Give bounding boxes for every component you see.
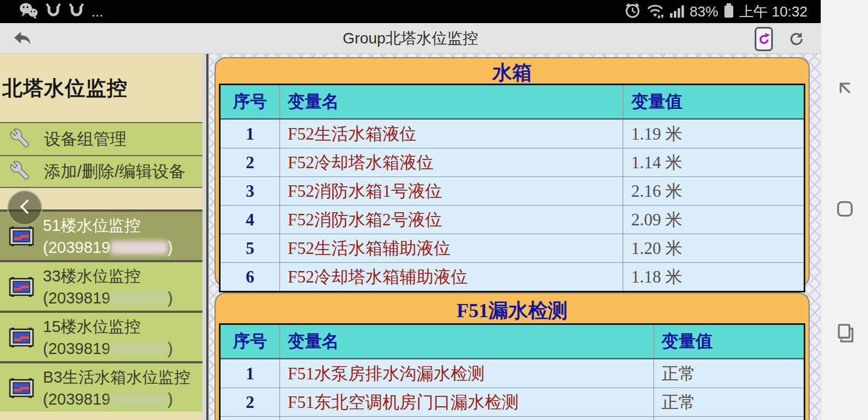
row-index: 5: [221, 239, 279, 258]
device-name: 33楼水位监控: [43, 265, 202, 287]
uu-app-icon: [45, 2, 62, 21]
status-bar: ...: [0, 0, 821, 23]
card-title: F51漏水检测: [216, 294, 809, 323]
battery-icon: [723, 2, 734, 21]
device-list: 51楼水位监控 (2039819) 33楼水位监控 (2039819): [0, 209, 202, 412]
android-back-button[interactable]: [833, 76, 857, 102]
variable-name: F52消防水箱1号液位: [279, 177, 623, 205]
row-index: 6: [221, 267, 279, 287]
water-tank-card: 水箱 序号 变量名 变量值 1 F52生活水箱液位 1.19 米 2 F52冷却…: [215, 57, 810, 287]
table-row: 2 F51东北空调机房门口漏水检测 正常: [221, 388, 804, 416]
wechat-icon: [19, 2, 39, 21]
page-title: Group北塔水位监控: [0, 23, 821, 54]
variable-value: 正常: [654, 362, 804, 385]
variable-value: 1.20 米: [623, 237, 804, 260]
header-variable-name: 变量名: [279, 325, 654, 358]
device-item-b3[interactable]: B3生活水箱水位监控 (2039819): [0, 361, 202, 412]
menu-item-device-group-management[interactable]: 设备组管理: [0, 122, 202, 155]
sidebar-title: 北塔水位监控: [0, 54, 202, 102]
device-item-33f[interactable]: 33楼水位监控 (2039819): [0, 260, 202, 311]
variable-value: 2.09 米: [623, 208, 804, 231]
device-item-15f[interactable]: 15楼水位监控 (2039819): [0, 311, 202, 361]
chevron-left-icon: [18, 198, 32, 217]
water-tank-table: 序号 变量名 变量值 1 F52生活水箱液位 1.19 米 2 F52冷却塔水箱…: [219, 84, 805, 292]
table-row: 6 F52冷却塔水箱辅助液位 1.18 米: [221, 262, 804, 291]
table-row: 2 F52冷却塔水箱液位 1.14 米: [221, 148, 804, 176]
battery-percent: 83%: [690, 0, 718, 23]
row-index: 1: [221, 124, 279, 144]
variable-value: 1.18 米: [623, 266, 804, 289]
cellular-signal-icon: [669, 3, 685, 20]
header-variable-value: 变量值: [654, 325, 804, 358]
menu-item-label: 设备组管理: [44, 128, 127, 151]
redacted-digits: [111, 241, 168, 255]
card-title: 水箱: [216, 58, 809, 84]
hmi-screen-icon: [9, 277, 34, 303]
device-name: 15楼水位监控: [43, 316, 202, 338]
android-home-button[interactable]: [833, 197, 857, 223]
leak-detection-table: 序号 变量名 变量值 1 F51水泵房排水沟漏水检测 正常 2 F51东北空调机…: [219, 323, 805, 420]
variable-name: F51水泵房排水沟漏水检测: [279, 360, 654, 388]
table-header-row: 序号 变量名 变量值: [221, 325, 804, 359]
table-row: 1 F51水泵房排水沟漏水检测 正常: [221, 359, 804, 388]
device-name: 51楼水位监控: [43, 214, 202, 236]
variable-name: F52生活水箱辅助液位: [279, 234, 623, 262]
device-id: (2039819): [43, 236, 202, 258]
uu-app-icon: [68, 2, 85, 21]
table-row: 3 F51LT2楼梯前室漏水检测 正常: [221, 416, 804, 420]
menu-item-add-remove-edit-device[interactable]: 添加/删除/编辑设备: [0, 155, 202, 188]
row-index: 4: [221, 210, 279, 230]
table-row: 1 F52生活水箱液位 1.19 米: [221, 119, 804, 148]
back-button[interactable]: [12, 29, 34, 49]
phone-screen: ...: [0, 0, 868, 420]
menu-item-label: 添加/删除/编辑设备: [44, 161, 185, 183]
variable-value: 1.14 米: [623, 151, 804, 174]
device-id: (2039819): [43, 338, 202, 360]
variable-value: 2.16 米: [623, 180, 804, 203]
device-name: B3生活水箱水位监控: [43, 366, 202, 388]
variable-value: 1.19 米: [623, 123, 804, 146]
sidebar: 北塔水位监控 设备组管理 添加/删除/编辑设备: [0, 54, 202, 420]
device-id: (2039819): [43, 388, 202, 410]
variable-name: F52冷却塔水箱液位: [279, 148, 623, 176]
row-index: 2: [221, 393, 279, 412]
variable-value: 正常: [654, 391, 804, 414]
wrench-icon: [10, 161, 30, 183]
variable-name: F51LT2楼梯前室漏水检测: [279, 417, 654, 420]
refresh-button[interactable]: [788, 30, 805, 48]
header-index: 序号: [221, 325, 279, 358]
wifi-icon: [646, 2, 664, 21]
redacted-digits: [111, 291, 168, 305]
redacted-digits: [111, 342, 168, 356]
clock-time: 上午 10:32: [739, 0, 807, 23]
sidebar-menu: 设备组管理 添加/删除/编辑设备: [0, 122, 202, 188]
table-row: 5 F52生活水箱辅助液位 1.20 米: [221, 234, 804, 262]
wrench-icon: [10, 128, 30, 150]
hmi-screen-icon: [9, 378, 34, 404]
variable-name: F52生活水箱液位: [279, 120, 623, 148]
table-row: 4 F52消防水箱2号液位 2.09 米: [221, 205, 804, 234]
alarm-clock-icon: [624, 2, 641, 21]
table-row: 3 F52消防水箱1号液位 2.16 米: [221, 176, 804, 205]
header-index: 序号: [221, 85, 279, 118]
row-index: 3: [221, 181, 279, 201]
sidebar-scrollbar[interactable]: [206, 54, 208, 420]
row-index: 1: [221, 364, 279, 384]
leak-detection-card: F51漏水检测 序号 变量名 变量值 1 F51水泵房排水沟漏水检测 正常 2 …: [215, 292, 810, 420]
header-variable-value: 变量值: [623, 85, 804, 118]
content-area: 水箱 序号 变量名 变量值 1 F52生活水箱液位 1.19 米 2 F52冷却…: [209, 54, 821, 420]
android-recents-button[interactable]: [833, 321, 857, 347]
android-nav-bar: [821, 0, 868, 420]
status-bar-right: 83% 上午 10:32: [624, 0, 821, 23]
status-bar-left: ...: [0, 0, 103, 23]
device-id: (2039819): [43, 287, 202, 309]
table-header-row: 序号 变量名 变量值: [221, 85, 804, 119]
variable-name: F52冷却塔水箱辅助液位: [279, 263, 623, 291]
header-variable-name: 变量名: [279, 85, 623, 118]
sidebar-collapse-button[interactable]: [7, 190, 42, 225]
variable-name: F51东北空调机房门口漏水检测: [279, 388, 654, 416]
rotate-screen-button[interactable]: [755, 27, 773, 51]
variable-name: F52消防水箱2号液位: [279, 206, 623, 234]
redacted-digits: [111, 393, 168, 406]
hmi-screen-icon: [9, 327, 34, 353]
